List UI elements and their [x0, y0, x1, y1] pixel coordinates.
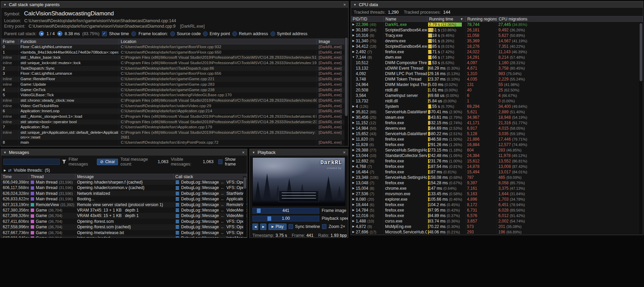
expand-icon[interactable]: ▶ [351, 164, 356, 169]
scrollbar-thumb[interactable] [640, 23, 642, 81]
expand-icon[interactable]: ▶ [351, 120, 356, 126]
expand-icon[interactable]: ▶ [351, 49, 356, 55]
frame-image[interactable]: DarkRL created by [252, 157, 345, 206]
frame-location-icon[interactable] [131, 31, 136, 36]
cell-pid[interactable]: 3,564 [351, 93, 384, 98]
scrollbar-thumb[interactable] [244, 177, 246, 189]
cell-pid[interactable]: ▶12,692(9) [351, 158, 384, 164]
show-frame-checkbox[interactable] [218, 159, 222, 164]
column-header-callstack[interactable]: Call stack [174, 174, 247, 179]
collapse-icon[interactable]: ▼ [3, 151, 6, 154]
cell-function[interactable]: Application::InnerLoop [19, 109, 119, 114]
column-header-time[interactable]: Time [1, 174, 29, 179]
cell-pid[interactable]: 3,748 [351, 76, 384, 82]
column-header-function[interactable]: Function [19, 39, 119, 44]
cell-function[interactable]: Floor::CalcLightNoLuminance [19, 71, 119, 76]
message-row[interactable]: 627,399,326nsGame(36,704)VRAM 43x45: 15 … [1, 213, 247, 218]
cpu-process-row[interactable]: ▶23,348(106)ServiceHub.SettingsHost158.0… [351, 175, 643, 180]
cpu-process-row[interactable]: ▶4,872(9)MsMpEng.exe70.22 ms (0.30%)5732… [351, 224, 643, 229]
cell-pid[interactable]: ▶14,984(50) [351, 126, 384, 131]
cpu-process-row[interactable]: ▶4,768(7)firefox.exe187.54 ms (0.81%)14,… [351, 164, 643, 169]
playback-speed-slider[interactable]: 1.00 [252, 216, 319, 221]
cell-pid[interactable]: ▶14,784(5) [351, 207, 384, 213]
cpu-process-row[interactable]: ▶15,004(8)chrome.exe147 ms (0.64%)7,1613… [351, 186, 643, 191]
callstack-frame-row[interactable]: 6Application::InnerLoopC:\Users\wolf\Des… [1, 109, 348, 114]
next-frame-button[interactable]: ▶ [260, 224, 266, 230]
cpu-process-row[interactable]: ▶29,388(77)ServiceHub.SettingsHost273.15… [351, 147, 643, 153]
cpu-process-row[interactable]: 13,732ntdll.dll5.84 us (0.00%)10 (0.00%) [351, 98, 643, 104]
cell-pid[interactable]: ▶11,828(6) [351, 142, 384, 147]
cpu-process-row[interactable]: ▶16,464(7)firefox.exe187 ms (0.81%)15,49… [351, 169, 643, 175]
cpu-process-row[interactable]: ▶15,652(43)ServiceHub.DataWarehou580.22 … [351, 131, 643, 137]
cell-function[interactable]: Video::GetTicksHiRes [19, 103, 119, 109]
expand-icon[interactable]: ▶ [351, 202, 356, 207]
cell-function[interactable]: Game::OnTick [19, 87, 119, 93]
expand-icon[interactable]: ▶ [351, 44, 356, 49]
cpu-process-row[interactable]: ▶34,412(18)ScriptedSandbox64.exe1.85 s (… [351, 44, 643, 49]
play-button[interactable]: ▶Play [268, 224, 287, 230]
expand-icon[interactable]: ▶ [351, 180, 356, 186]
cell-pid[interactable]: 13,732 [351, 98, 384, 104]
expand-icon[interactable]: ▼ [351, 55, 356, 60]
close-icon[interactable]: × [242, 150, 245, 155]
message-filter-input[interactable] [3, 159, 60, 165]
cell-pid[interactable]: ▶11,820(9) [351, 137, 384, 142]
collapse-icon[interactable]: ▼ [252, 151, 255, 154]
cpu-process-row[interactable]: ▶13,048(7)firefox.exe154.28 ms (0.67%)9,… [351, 180, 643, 186]
callstack-frame-row[interactable]: 0Floor::CalcLightNoLuminanceC:\Users\wol… [1, 44, 348, 50]
show-time-checkbox[interactable]: ✓ [102, 31, 107, 36]
cell-pid[interactable]: ▶22,396(49) [351, 22, 384, 27]
messages-scrollbar[interactable] [243, 176, 247, 237]
cpu-process-row[interactable]: 20,508ntdll.dll1.01 ms (0.00%)4025 (62.5… [351, 87, 643, 93]
message-row[interactable]: 627,380,356nsGame(36,704)VRAM 37x45: 13 … [1, 207, 247, 213]
cpu-process-row[interactable]: ▶4(126)System1.55 s (6.70%)69,29434,400 … [351, 104, 643, 109]
cell-pid[interactable]: ▶12,016(4) [351, 213, 384, 218]
cell-pid[interactable]: ▶11,152(12) [351, 120, 384, 126]
visible-threads-row[interactable]: ▶ ⇄ Visible threads: (5) [1, 168, 247, 174]
cell-function[interactable]: Application::Run [19, 125, 119, 130]
column-header-name[interactable]: Name [384, 16, 427, 21]
frame-location-option[interactable]: Return address [232, 31, 268, 36]
cell-pid[interactable]: ▶35,812(88) [351, 109, 384, 115]
expand-icon[interactable]: ▶ [351, 169, 356, 175]
cpu-process-row[interactable]: ▶14,984(50)devenv.exe584.69 ms (2.53%)6,… [351, 126, 643, 131]
cpu-process-row[interactable]: 4,092DWM LPC Port Thread29.16 ms (0.13%)… [351, 71, 643, 76]
cell-pid[interactable]: ▶29,388(77) [351, 147, 384, 153]
expand-icon[interactable]: ▶ [351, 22, 356, 27]
cell-pid[interactable]: ▶8,080(20) [351, 197, 384, 202]
expand-icon[interactable]: ▶ [351, 153, 356, 158]
cell-function[interactable]: std::unique_lock<std::mutex>::lock [19, 60, 119, 66]
cpu-process-row[interactable]: ▶11,820(9)firefox.exe346.58 ms (1.50%)21… [351, 137, 643, 142]
cpu-process-row[interactable]: 10,512DWM Compositor Thread1.53 s (6.63%… [351, 60, 643, 66]
cell-function[interactable]: std::chrono::steady_clock::now [19, 98, 119, 103]
expand-icon[interactable]: ▶ [351, 147, 356, 153]
callstack-frame-row[interactable]: inlineGame::RenderFloorC:\Users\wolf\Des… [1, 76, 348, 82]
prev-frame-button[interactable]: ◀ [252, 224, 258, 230]
expand-icon[interactable]: ▶ [351, 115, 356, 120]
expand-icon[interactable]: ▶ [351, 137, 356, 142]
message-row[interactable]: 627,558,996nsGame(36,704)Opening /forest… [1, 224, 247, 230]
cell-callstack[interactable]: DebugLog::Message←VideoMemo [174, 207, 247, 213]
cell-pid[interactable]: ▶2,492(7) [351, 49, 384, 55]
frame-location-option[interactable]: Symbol address [270, 31, 308, 36]
message-row[interactable]: 606,049,398nsMain thread(31,596)Opening … [1, 180, 247, 185]
expand-icon[interactable]: ▶ [351, 27, 356, 33]
cell-pid[interactable]: ▶27,696(17) [351, 229, 384, 235]
cpu-process-row[interactable]: 13,132uDWM Event Thread68.29 ms (0.30%)4… [351, 66, 643, 71]
expand-icon[interactable]: ▶ [351, 131, 356, 137]
cell-pid[interactable]: ▶15,004(8) [351, 186, 384, 191]
callstack-frame-row[interactable]: 3Floor::CalcLightNoLuminanceC:\Users\wol… [1, 71, 348, 76]
callstack-frame-row[interactable]: inlineVideo::GetTicksHiResC:\Users\wolf\… [1, 103, 348, 109]
cpu-process-row[interactable]: ▶13,044(10)StandardCollector.Servic242.4… [351, 153, 643, 158]
column-header-running-regions[interactable]: Running regions [466, 16, 497, 21]
cpu-process-row[interactable]: ▶11,152(12)firefox.exe632.15 ms (2.74%)4… [351, 120, 643, 126]
cell-pid[interactable]: ▶31,340(75) [351, 38, 384, 44]
callstack-frame-row[interactable]: 5VideoGLBase::TickC:\Users\wolf\Desktop\… [1, 92, 348, 98]
cpu-process-row[interactable]: ▶30,160(84)ScriptedSandbox64.exe2.51 s (… [351, 27, 643, 33]
cell-callstack[interactable]: DebugLog::Message←VFS::Open [174, 180, 247, 185]
cell-pid[interactable]: ▼7,144(8) [351, 55, 384, 60]
cell-pid[interactable]: ▶23,348(106) [351, 175, 384, 180]
cell-pid[interactable]: ▶13,048(7) [351, 180, 384, 186]
column-header-running-time[interactable]: Running time▼ [427, 16, 466, 21]
callstack-frame-row[interactable]: inlinestd::chrono::steady_clock::nowC:\P… [1, 98, 348, 103]
